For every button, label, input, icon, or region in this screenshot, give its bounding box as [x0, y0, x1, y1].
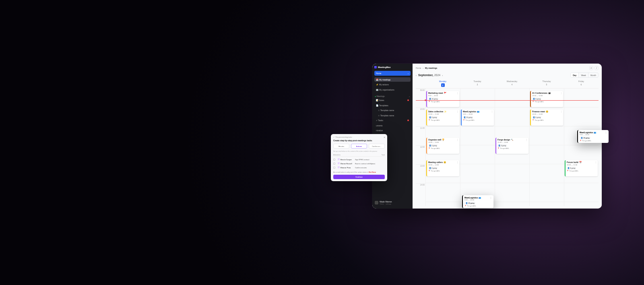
- app-window: MeetingMax Home ⌄ 📅 My meetings ⚡ My act…: [372, 64, 602, 209]
- modal-note: An e-mail notice is only sent if the act…: [333, 171, 385, 173]
- event-card[interactable]: ⋮Meeting callers 😊13:00 — 14:00👤 3 going…: [426, 160, 459, 176]
- tasks-modal: ✕ ✓ The post-meeting tasks Create step-b…: [331, 134, 387, 181]
- next-month-button[interactable]: ›: [442, 74, 443, 76]
- main-panel: Home › My meetings ⟳ ⤴ ‹ September, 2024…: [413, 64, 602, 209]
- nav-home-label: Home: [376, 72, 381, 74]
- sidebar-item-documents[interactable]: uments: [374, 123, 411, 128]
- sidebar-item-my-orgs[interactable]: 🏢 My organisations: [374, 87, 411, 92]
- modal-hint: Set up a task below on the context of th…: [333, 151, 385, 152]
- col-attendees: Attendees: [333, 154, 341, 156]
- chevron-down-icon: ⌄: [407, 72, 409, 74]
- tab-confirm[interactable]: Confirm an…: [369, 144, 385, 149]
- time-label: 14:00: [416, 183, 425, 202]
- task-row: Dianne RussellBase to contract with Apto…: [333, 161, 385, 165]
- event-card[interactable]: ⋮Forum build 📅10:00 — 11:00👤 3 going📍 Th…: [565, 160, 598, 176]
- checkbox[interactable]: [333, 163, 335, 165]
- checkbox[interactable]: [333, 159, 335, 161]
- cal-month: September: [418, 74, 433, 76]
- day-monday[interactable]: Monday2: [425, 80, 460, 87]
- floating-event-card-2[interactable]: MeetLogistics👥⋮ 9:00 — 10:00 👤 13 going …: [462, 195, 493, 208]
- day-slot-fri[interactable]: ⋮Forum build 📅10:00 — 11:00👤 3 going📍 Th…: [564, 89, 599, 206]
- avatar: [338, 166, 340, 168]
- badge-icon: [407, 99, 409, 101]
- cal-year: 2024: [434, 74, 441, 76]
- refresh-button[interactable]: ⟳: [589, 66, 593, 70]
- more-icon[interactable]: ⋮: [560, 92, 562, 94]
- sidebar-template-2[interactable]: ☆ Template name: [374, 113, 411, 118]
- day-thursday[interactable]: Thursday5: [529, 80, 564, 87]
- time-label: 10:00: [416, 107, 425, 126]
- avatar: [338, 162, 340, 164]
- calendar-grid: 09:0010:0011:0012:0013:0014:00 ⋮Marketin…: [416, 89, 599, 206]
- more-icon[interactable]: ⋮: [605, 131, 607, 134]
- calendar-days-header: Monday2 Tuesday3 Wednesday4 Thursday5 Fr…: [416, 80, 599, 89]
- event-card[interactable]: ⋮Sales collective ✨10:00 — 11:00👤 3 goin…: [426, 109, 459, 126]
- close-icon[interactable]: ✕: [384, 136, 385, 138]
- more-icon[interactable]: ⋮: [456, 92, 458, 94]
- more-icon[interactable]: ⋮: [560, 110, 562, 113]
- day-slot-wed[interactable]: ⋮Forge design 🔨12:00 — 13:00👤 3 going📍 T…: [495, 89, 529, 206]
- day-slot-mon[interactable]: ⋮Marketing meet 🚩9:00 — 10:00👤 13 going📍…: [425, 89, 460, 206]
- day-slot-thu[interactable]: ⋮A1 Conferences 👪13:00 — 14:00👤 3 going📍…: [529, 89, 564, 206]
- view-month[interactable]: Month: [588, 73, 598, 77]
- modal-tabs: Minutes Actions Confirm an…: [333, 144, 385, 149]
- sidebar-item-organization[interactable]: nization: [374, 128, 411, 133]
- continue-button[interactable]: Continue: [333, 175, 385, 179]
- time-column: 09:0010:0011:0012:0013:0014:00: [416, 89, 425, 206]
- more-icon[interactable]: ⋮: [491, 110, 493, 113]
- share-button[interactable]: ⤴: [594, 66, 599, 70]
- modal-title: Create step-by-step post-meetings tasks: [333, 139, 385, 142]
- more-icon[interactable]: ⋮: [456, 138, 458, 141]
- crumb-current: My meetings: [425, 67, 437, 69]
- event-card[interactable]: ⋮Organize well 🏆13:00 — 13:00👤 3 going📍 …: [426, 138, 459, 154]
- avatar: [375, 201, 378, 204]
- task-row: Eleanor PenaConfirm minutes: [333, 165, 385, 169]
- day-wednesday[interactable]: Wednesday4: [495, 80, 529, 87]
- time-label: 11:00: [416, 126, 425, 145]
- col-task: Task: [382, 154, 385, 156]
- more-icon[interactable]: ⋮: [456, 110, 458, 113]
- user-role: Online · settings: [380, 203, 392, 205]
- day-tuesday[interactable]: Tuesday3: [460, 80, 495, 87]
- time-label: 13:00: [416, 164, 425, 183]
- more-icon[interactable]: ⋮: [595, 161, 597, 163]
- day-friday[interactable]: Friday6: [564, 80, 599, 87]
- time-label: 09:00: [416, 89, 425, 107]
- brand-label: MeetingMax: [378, 66, 390, 68]
- tab-actions[interactable]: Actions: [351, 144, 367, 149]
- event-card[interactable]: ⋮MeetLogistics 👥9:00 — 10:00👤 13 going📍 …: [461, 109, 494, 126]
- sidebar-item-tasks[interactable]: ✓ Tasks: [374, 118, 411, 123]
- floating-event-card-1[interactable]: MeetLogistics👥⋮ 9:00 — 10:00 👤 13 going …: [577, 130, 609, 143]
- view-week[interactable]: Week: [579, 73, 588, 77]
- event-card[interactable]: ⋮A1 Conferences 👪13:00 — 14:00👤 3 going📍…: [530, 91, 563, 107]
- view-day[interactable]: Day: [571, 73, 579, 77]
- section-meetings[interactable]: ● Meetings⌄: [374, 94, 411, 98]
- event-card[interactable]: ⋮Finance meet 😊13:00 — 14:00👤 3 going📍 T…: [530, 109, 563, 126]
- day-slot-tue[interactable]: ⋮MeetLogistics 👥9:00 — 10:00👤 13 going📍 …: [460, 89, 495, 206]
- sidebar-item-notes[interactable]: 📝 Notes: [374, 98, 411, 103]
- more-icon[interactable]: ⋮: [456, 161, 458, 163]
- brand: MeetingMax: [374, 66, 411, 68]
- sidebar-item-templates[interactable]: 📄 Templates: [374, 103, 411, 107]
- chevron-down-icon: ⌄: [409, 95, 410, 97]
- crumb-home[interactable]: Home: [416, 67, 421, 69]
- event-card[interactable]: ⋮Forge design 🔨12:00 — 13:00👤 3 going📍 T…: [495, 138, 528, 154]
- tab-minutes[interactable]: Minutes: [333, 144, 349, 149]
- more-icon[interactable]: ⋮: [490, 196, 492, 199]
- calendar-header: ‹ September, 2024 › Day Week Month: [416, 72, 599, 78]
- event-card[interactable]: ⋮Marketing meet 🚩9:00 — 10:00👤 13 going📍…: [426, 91, 459, 107]
- sidebar-item-my-meetings[interactable]: 📅 My meetings: [374, 77, 411, 82]
- sidebar-item-my-actions[interactable]: ⚡ My actions: [374, 83, 411, 87]
- task-row: Bessie CooperSign OPEX contract: [333, 157, 385, 161]
- breadcrumb: Home › My meetings ⟳ ⤴: [416, 66, 599, 70]
- nav-home[interactable]: Home ⌄: [374, 71, 411, 76]
- badge-icon: [407, 120, 409, 121]
- user-footer[interactable]: Wade Warren Online · settings: [374, 199, 411, 206]
- more-icon[interactable]: ⋮: [526, 138, 528, 141]
- sidebar-template-1[interactable]: ☆ Template name: [374, 108, 411, 113]
- avatar: [338, 158, 340, 160]
- now-indicator: [416, 100, 599, 101]
- modal-tag: ✓ The post-meeting tasks: [333, 136, 385, 138]
- checkbox[interactable]: [333, 167, 335, 169]
- prev-month-button[interactable]: ‹: [416, 74, 417, 76]
